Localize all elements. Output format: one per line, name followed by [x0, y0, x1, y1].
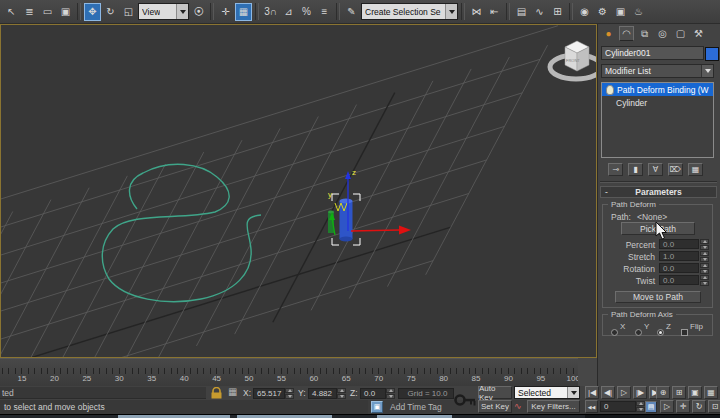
pin-stack-button[interactable]: ⊸ [608, 163, 623, 176]
rectangular-selection-button[interactable]: ▭ [39, 3, 56, 21]
stack-item-cylinder[interactable]: Cylinder [602, 96, 713, 109]
checkbox-icon[interactable] [681, 329, 688, 336]
viewport[interactable]: z y FRONT [0, 24, 597, 358]
select-object-button[interactable]: ↖ [3, 3, 20, 21]
mirror-button[interactable]: ⋈ [468, 3, 485, 21]
isolate-selection-icon[interactable]: ▣ [371, 401, 383, 413]
new-key-curve-icon[interactable]: ∿ [514, 401, 522, 411]
pan-button[interactable]: ✛ [676, 400, 690, 413]
modifier-list-dropdown[interactable]: Modifier List [601, 64, 714, 78]
angle-snap-button[interactable]: ⊿ [280, 3, 297, 21]
current-frame-field[interactable]: 0 [600, 401, 636, 412]
flip-checkbox[interactable]: Flip [681, 322, 703, 340]
rotation-spinner[interactable] [700, 263, 709, 273]
zoom-extents-button[interactable]: ▣ [688, 386, 702, 399]
configure-modifier-sets-button[interactable]: ▦ [688, 163, 703, 176]
remove-modifier-button[interactable]: ⌦ [668, 163, 683, 176]
next-frame-button[interactable]: |▶ [633, 386, 647, 399]
select-move-button[interactable]: ✥ [84, 3, 101, 21]
axis-radio-z[interactable]: Z [657, 322, 671, 340]
axis-y-label: Y [644, 322, 649, 331]
add-time-tag-label[interactable]: Add Time Tag [390, 402, 442, 412]
percent-spinner[interactable] [700, 239, 709, 249]
render-production-button[interactable]: ♨ [630, 3, 647, 21]
zoom-all-button[interactable]: ⊞ [672, 386, 686, 399]
render-setup-button[interactable]: ⚙ [594, 3, 611, 21]
snap-toggle-button[interactable]: 3∩ [262, 3, 279, 21]
select-by-name-button[interactable]: ≣ [21, 3, 38, 21]
stretch-field[interactable]: 1.0 [659, 251, 699, 261]
radio-icon[interactable] [635, 329, 642, 336]
coord-y-spinner[interactable] [337, 388, 346, 399]
coord-z-spinner[interactable] [386, 388, 395, 399]
lightbulb-icon[interactable] [606, 85, 614, 95]
edit-named-selections-button[interactable]: ✎ [343, 3, 360, 21]
spinner-snap-button[interactable]: ≡ [316, 3, 333, 21]
stretch-spinner[interactable] [700, 251, 709, 261]
named-selection-dropdown[interactable]: Create Selection Se [361, 3, 458, 20]
zoom-extents-all-button[interactable]: ▦ [704, 386, 718, 399]
object-color-swatch[interactable] [705, 47, 719, 61]
play-button[interactable]: ▷ [617, 386, 631, 399]
tab-create[interactable]: ● [601, 26, 616, 41]
key-filters-button[interactable]: Key Filters... [527, 400, 580, 413]
tab-utilities[interactable]: ⚒ [691, 26, 706, 41]
maximize-viewport-button[interactable]: ⊡ [708, 400, 720, 413]
previous-frame-button[interactable]: ◀| [601, 386, 615, 399]
collapse-icon[interactable]: - [605, 187, 608, 197]
align-button[interactable]: ⇤ [486, 3, 503, 21]
axis-radio-y[interactable]: Y [635, 322, 649, 340]
reference-coordsys-dropdown[interactable]: View [138, 3, 189, 20]
tab-motion[interactable]: ◎ [655, 26, 670, 41]
use-pivot-center-button[interactable]: ⦿ [190, 3, 207, 21]
material-editor-button[interactable]: ◉ [576, 3, 593, 21]
viewcube[interactable]: FRONT [550, 41, 596, 79]
frame-spinner[interactable] [636, 401, 645, 412]
window-crossing-button[interactable]: ▣ [57, 3, 74, 21]
object-name-field[interactable] [601, 46, 704, 60]
rendered-frame-button[interactable]: ▣ [612, 3, 629, 21]
key-mode-toggle-button[interactable]: ◀◀ [585, 400, 598, 413]
radio-icon[interactable] [657, 329, 664, 336]
coord-x-field[interactable]: 65.517 [253, 388, 285, 399]
make-unique-button[interactable]: ∀ [648, 163, 663, 176]
tab-hierarchy[interactable]: ⧉ [637, 26, 652, 41]
select-scale-button[interactable]: ◱ [120, 3, 137, 21]
zoom-button[interactable]: ⊕ [656, 386, 670, 399]
stack-item-path-deform[interactable]: Path Deform Binding (W [602, 83, 713, 96]
radio-icon[interactable] [611, 329, 618, 336]
layer-manager-button[interactable]: ▤ [513, 3, 530, 21]
twist-spinner[interactable] [700, 275, 709, 285]
select-rotate-button[interactable]: ↻ [102, 3, 119, 21]
coord-z-field[interactable]: 0.0 [360, 388, 386, 399]
axis-radio-x[interactable]: X [611, 322, 625, 340]
time-configuration-button[interactable]: ▤ [645, 401, 657, 413]
twist-field[interactable]: 0.0 [659, 275, 699, 285]
select-manipulate-button[interactable]: ✛ [217, 3, 234, 21]
absolute-mode-icon[interactable]: ▦ [228, 386, 237, 397]
set-key-mode-key-icon[interactable] [453, 387, 479, 413]
move-to-path-button[interactable]: Move to Path [615, 291, 701, 303]
percent-field[interactable]: 0.0 [659, 239, 699, 249]
fov-button[interactable]: ▷ [660, 400, 674, 413]
timeline-ruler[interactable]: 1520253035404550556065707580859095100 [0, 358, 578, 386]
parameters-rollout-header[interactable]: - Parameters [600, 186, 717, 198]
tab-display[interactable]: ▢ [673, 26, 688, 41]
ruler-tick [171, 368, 172, 374]
rotation-field[interactable]: 0.0 [659, 263, 699, 273]
percent-snap-button[interactable]: % [298, 3, 315, 21]
orbit-button[interactable]: ↻ [692, 400, 706, 413]
show-end-result-button[interactable]: ▮ [628, 163, 643, 176]
tab-modify[interactable]: ◠ [619, 26, 634, 41]
selected-set-dropdown[interactable]: Selected [514, 386, 580, 399]
schematic-view-button[interactable]: ⊞ [549, 3, 566, 21]
keyboard-override-button[interactable]: ▦ [235, 3, 252, 21]
spline-shape[interactable] [102, 164, 261, 301]
curve-editor-button[interactable]: ∿ [531, 3, 548, 21]
coord-x-spinner[interactable] [285, 388, 294, 399]
selection-lock-icon[interactable] [210, 387, 223, 399]
set-key-button[interactable]: Set Key [478, 400, 512, 413]
go-to-start-button[interactable]: |◀ [585, 386, 599, 399]
auto-key-button[interactable]: Auto Key [478, 386, 512, 399]
coord-y-field[interactable]: 4.882 [308, 388, 337, 399]
